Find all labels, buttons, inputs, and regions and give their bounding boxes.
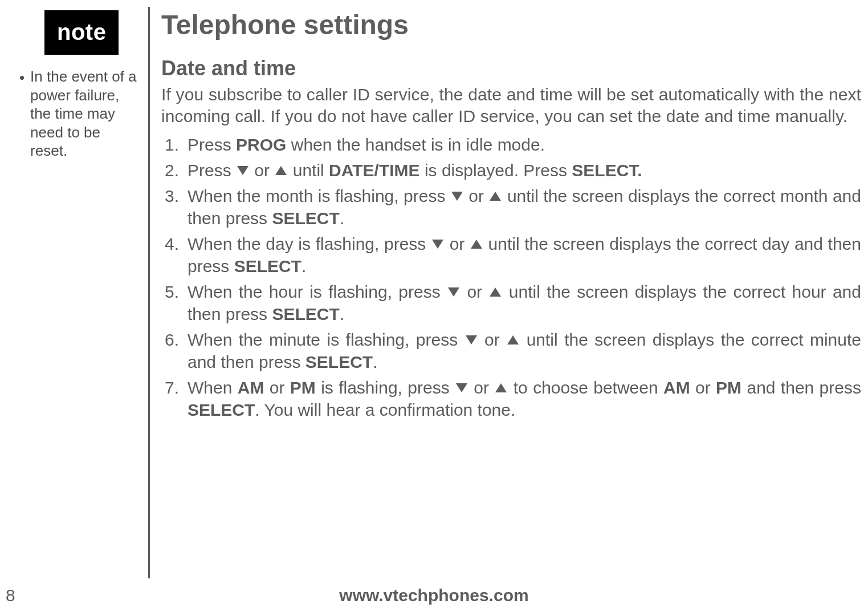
step-text: Press bbox=[188, 135, 236, 154]
step-text: When the hour is flashing, press bbox=[188, 282, 447, 301]
step-text: Press bbox=[188, 161, 236, 180]
step-text: or bbox=[445, 234, 470, 253]
down-arrow-icon bbox=[237, 166, 248, 175]
footer-url: www.vtechphones.com bbox=[0, 586, 868, 605]
kw-select: SELECT bbox=[272, 209, 339, 228]
kw-select: SELECT bbox=[234, 257, 301, 275]
down-arrow-icon bbox=[451, 192, 463, 201]
step-item: When the month is flashing, press or unt… bbox=[161, 185, 861, 229]
kw-datetime: DATE/TIME bbox=[329, 161, 419, 180]
kw-pm: PM bbox=[290, 378, 316, 397]
kw-pm: PM bbox=[716, 378, 741, 397]
up-arrow-icon bbox=[275, 166, 287, 175]
step-text: or bbox=[461, 282, 488, 301]
step-text: or bbox=[690, 378, 716, 397]
up-arrow-icon bbox=[490, 287, 501, 297]
step-text: and then press bbox=[741, 378, 861, 397]
down-arrow-icon bbox=[432, 240, 443, 249]
step-item: When the day is flashing, press or until… bbox=[161, 233, 861, 277]
step-text: When the month is flashing, press bbox=[188, 187, 450, 205]
kw-select: SELECT bbox=[188, 400, 255, 419]
page-footer: 8 www.vtechphones.com bbox=[0, 582, 868, 607]
up-arrow-icon bbox=[495, 383, 507, 392]
up-arrow-icon bbox=[507, 335, 519, 344]
kw-prog: PROG bbox=[236, 135, 286, 154]
step-text: When the minute is flashing, press bbox=[188, 330, 464, 349]
kw-am: AM bbox=[663, 378, 690, 397]
step-text: . You will hear a confirmation tone. bbox=[255, 400, 515, 419]
vertical-divider bbox=[148, 7, 150, 578]
down-arrow-icon bbox=[456, 383, 467, 392]
step-text: until bbox=[288, 161, 329, 180]
step-text: when the handset is in idle mode. bbox=[286, 135, 545, 154]
step-text: is displayed. Press bbox=[420, 161, 572, 180]
step-item: Press or until DATE/TIME is displayed. P… bbox=[161, 159, 861, 181]
kw-select: SELECT. bbox=[572, 161, 642, 180]
bullet-icon: • bbox=[19, 67, 25, 160]
step-item: When AM or PM is flashing, press or to c… bbox=[161, 376, 861, 421]
down-arrow-icon bbox=[448, 287, 459, 297]
step-text: When bbox=[188, 378, 238, 397]
note-tag: note bbox=[44, 10, 119, 55]
kw-select: SELECT bbox=[305, 352, 373, 371]
note-item: • In the event of a power failure, the t… bbox=[19, 67, 138, 160]
step-text: or bbox=[250, 161, 274, 180]
intro-paragraph: If you subscribe to caller ID service, t… bbox=[161, 84, 861, 128]
kw-am: AM bbox=[238, 378, 264, 397]
note-text: In the event of a power failure, the tim… bbox=[30, 67, 138, 160]
step-item: Press PROG when the handset is in idle m… bbox=[161, 133, 861, 156]
section-title: Date and time bbox=[161, 56, 861, 80]
step-text: or bbox=[464, 187, 489, 205]
step-text: or bbox=[478, 330, 507, 349]
down-arrow-icon bbox=[466, 335, 477, 344]
step-text: When the day is flashing, press bbox=[188, 234, 431, 253]
kw-select: SELECT bbox=[272, 305, 339, 323]
step-text: or bbox=[264, 378, 290, 397]
page-title: Telephone settings bbox=[161, 9, 861, 40]
step-text: to choose between bbox=[508, 378, 663, 397]
up-arrow-icon bbox=[490, 192, 501, 201]
step-item: When the hour is flashing, press or unti… bbox=[161, 281, 861, 325]
note-list: • In the event of a power failure, the t… bbox=[19, 67, 138, 160]
page-body: note • In the event of a power failure, … bbox=[0, 0, 868, 581]
up-arrow-icon bbox=[471, 240, 482, 249]
step-item: When the minute is flashing, press or un… bbox=[161, 329, 861, 373]
step-text: or bbox=[468, 378, 494, 397]
steps-list: Press PROG when the handset is in idle m… bbox=[161, 133, 861, 421]
step-text: is flashing, press bbox=[316, 378, 455, 397]
main-content: Telephone settings Date and time If you … bbox=[158, 7, 863, 581]
sidebar: note • In the event of a power failure, … bbox=[5, 7, 144, 581]
